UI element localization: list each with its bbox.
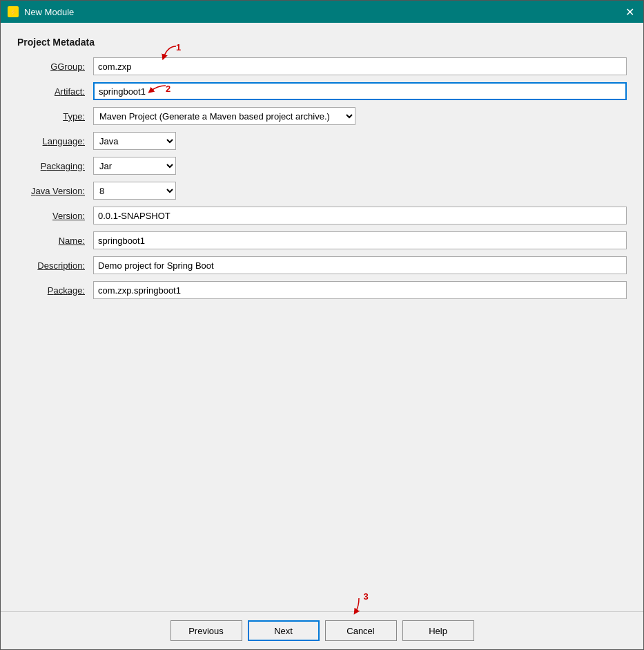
java-version-select[interactable]: 8 11 17 (93, 182, 176, 200)
version-input[interactable] (93, 207, 627, 224)
package-row: Package: (17, 281, 627, 299)
packaging-select[interactable]: Jar War (93, 157, 176, 175)
next-button[interactable]: Next (248, 620, 320, 641)
name-input[interactable] (93, 231, 627, 249)
dialog-footer: 3 Previous Next Cancel Help (1, 611, 643, 649)
language-row: Language: Java Kotlin Groovy (17, 132, 627, 150)
package-input[interactable] (93, 281, 627, 299)
group-label: GGroup: (17, 61, 93, 72)
type-select[interactable]: Maven Project (Generate a Maven based pr… (93, 107, 355, 125)
dialog-title: New Module (24, 7, 74, 17)
package-label: Package: (17, 285, 93, 296)
previous-button[interactable]: Previous (170, 620, 242, 641)
close-button[interactable]: ✕ (623, 5, 636, 19)
description-row: Description: (17, 256, 627, 274)
version-row: Version: (17, 207, 627, 224)
group-row: GGroup: (17, 57, 627, 75)
new-module-dialog: ⚡ New Module ✕ Project Metadata 1 (0, 0, 644, 650)
title-bar: ⚡ New Module ✕ (1, 1, 643, 23)
help-button[interactable]: Help (402, 620, 474, 641)
language-label: Language: (17, 136, 93, 146)
description-input[interactable] (93, 256, 627, 274)
title-bar-left: ⚡ New Module (8, 6, 74, 17)
packaging-label: Packaging: (17, 161, 93, 171)
language-select[interactable]: Java Kotlin Groovy (93, 132, 176, 150)
artifact-input[interactable] (93, 82, 627, 100)
name-row: Name: (17, 231, 627, 249)
artifact-row: Artifact: 2 (17, 82, 627, 100)
artifact-label: Artifact: (17, 86, 93, 97)
module-icon: ⚡ (8, 6, 19, 17)
java-version-row: Java Version: 8 11 17 (17, 182, 627, 200)
artifact-input-wrapper: 2 (93, 82, 627, 100)
description-label: Description: (17, 260, 93, 271)
cancel-button[interactable]: Cancel (325, 620, 397, 641)
form-wrapper: 1 GGroup: (17, 57, 627, 299)
java-version-label: Java Version: (17, 186, 93, 196)
group-input[interactable] (93, 57, 627, 75)
name-label: Name: (17, 236, 93, 246)
type-label: Type: (17, 111, 93, 122)
version-label: Version: (17, 211, 93, 221)
dialog-content: Project Metadata 1 (1, 23, 643, 611)
section-title: Project Metadata (17, 37, 627, 48)
packaging-row: Packaging: Jar War (17, 157, 627, 175)
type-row: Type: Maven Project (Generate a Maven ba… (17, 107, 627, 125)
